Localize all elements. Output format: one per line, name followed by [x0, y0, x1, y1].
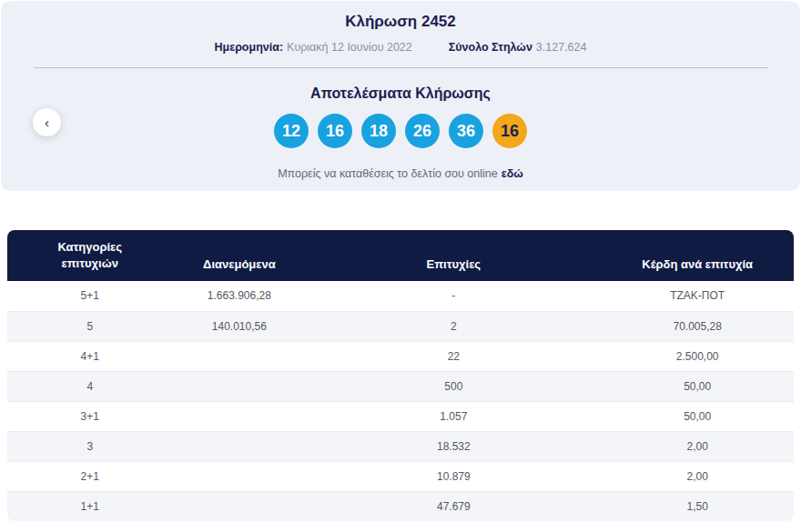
- cell-winners: 2: [306, 311, 601, 341]
- joker-number-ball: 16: [492, 114, 527, 148]
- table-header-row: Κατηγορίες επιτυχιών Διανεμόμενα Επιτυχί…: [7, 230, 794, 281]
- online-submit-line: Μπορείς να καταθέσεις το δελτίο σου onli…: [1, 167, 800, 180]
- columns-value: 3.127.624: [536, 41, 587, 54]
- table-row: 1+1 47.679 1,50: [7, 491, 794, 521]
- table-row: 3 18.532 2,00: [7, 431, 794, 461]
- cell-category: 3+1: [7, 401, 172, 431]
- cell-distributed: [172, 371, 306, 401]
- cell-category: 4+1: [7, 341, 172, 371]
- table-row: 4+1 22 2.500,00: [7, 341, 794, 371]
- results-title: Αποτελέσματα Κλήρωσης: [1, 85, 800, 102]
- winning-numbers: 12 16 18 26 36 16: [1, 114, 800, 148]
- draw-date: Ημερομηνία:Κυριακή 12 Ιουνίου 2022: [215, 41, 412, 54]
- cell-winners: 47.679: [306, 491, 601, 521]
- cell-winners: 18.532: [306, 431, 601, 461]
- table-row: 3+1 1.057 50,00: [7, 401, 794, 431]
- table-row: 2+1 10.879 2,00: [7, 461, 794, 491]
- divider: [34, 67, 767, 68]
- cell-prize: 70.005,28: [601, 311, 794, 341]
- table-row: 5+1 1.663.906,28 - ΤΖΑΚ-ΠΟΤ: [7, 281, 794, 311]
- cell-prize: 50,00: [601, 371, 794, 401]
- cell-distributed: 1.663.906,28: [172, 281, 306, 311]
- total-columns: Σύνολο Στηλών3.127.624: [449, 41, 587, 54]
- cell-prize: 2,00: [601, 431, 794, 461]
- cell-category: 3: [7, 431, 172, 461]
- cell-prize: 2,00: [601, 461, 794, 491]
- draw-title: Κλήρωση 2452: [1, 1, 800, 31]
- cell-prize: 50,00: [601, 401, 794, 431]
- header-categories: Κατηγορίες επιτυχιών: [7, 230, 172, 281]
- draw-summary-card: Κλήρωση 2452 Ημερομηνία:Κυριακή 12 Ιουνί…: [1, 1, 800, 191]
- winning-number-ball: 26: [405, 114, 440, 148]
- winning-number-ball: 36: [449, 114, 483, 148]
- cell-category: 5+1: [7, 281, 172, 311]
- cell-distributed: [172, 491, 306, 521]
- online-text: Μπορείς να καταθέσεις το δελτίο σου onli…: [278, 167, 498, 180]
- chevron-left-icon: ‹: [45, 115, 49, 130]
- cell-category: 2+1: [7, 461, 172, 491]
- cell-winners: 22: [306, 341, 601, 371]
- cell-distributed: [172, 431, 306, 461]
- header-prize: Κέρδη ανά επιτυχία: [601, 230, 794, 281]
- date-value: Κυριακή 12 Ιουνίου 2022: [287, 41, 412, 54]
- cell-winners: 10.879: [306, 461, 601, 491]
- date-label: Ημερομηνία:: [215, 41, 284, 54]
- header-distributed: Διανεμόμενα: [172, 230, 306, 281]
- winning-number-ball: 12: [274, 114, 309, 148]
- previous-draw-button[interactable]: ‹: [33, 108, 61, 136]
- cell-winners: 500: [306, 371, 601, 401]
- cell-winners: -: [306, 281, 601, 311]
- winning-number-ball: 16: [318, 114, 352, 148]
- cell-winners: 1.057: [306, 401, 601, 431]
- cell-distributed: [172, 461, 306, 491]
- table-row: 4 500 50,00: [7, 371, 794, 401]
- columns-label: Σύνολο Στηλών: [449, 41, 532, 54]
- cell-distributed: [172, 341, 306, 371]
- online-here-link[interactable]: εδώ: [502, 167, 523, 180]
- winning-number-ball: 18: [361, 114, 396, 148]
- cell-distributed: [172, 401, 306, 431]
- table-row: 5 140.010,56 2 70.005,28: [7, 311, 794, 341]
- cell-category: 4: [7, 371, 172, 401]
- cell-prize: 1,50: [601, 491, 794, 521]
- winnings-table: Κατηγορίες επιτυχιών Διανεμόμενα Επιτυχί…: [7, 230, 794, 521]
- winnings-table-card: Κατηγορίες επιτυχιών Διανεμόμενα Επιτυχί…: [7, 230, 794, 521]
- cell-category: 5: [7, 311, 172, 341]
- cell-prize: ΤΖΑΚ-ΠΟΤ: [601, 281, 794, 311]
- header-winners: Επιτυχίες: [306, 230, 601, 281]
- cell-prize: 2.500,00: [601, 341, 794, 371]
- cell-category: 1+1: [7, 491, 172, 521]
- draw-meta: Ημερομηνία:Κυριακή 12 Ιουνίου 2022 Σύνολ…: [1, 41, 800, 54]
- cell-distributed: 140.010,56: [172, 311, 306, 341]
